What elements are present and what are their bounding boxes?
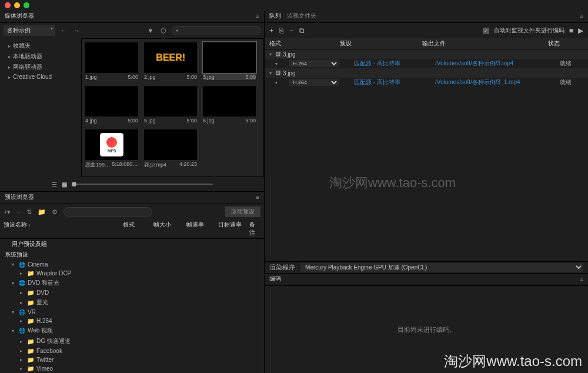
window-controls (5, 2, 29, 8)
preset-twitter[interactable]: 📁Twitter (0, 355, 264, 364)
tree-creative-cloud[interactable]: Creative Cloud (0, 72, 81, 81)
start-queue-icon[interactable]: ▶ (578, 26, 583, 35)
media-thumb[interactable]: 4.jpg5:00 (85, 86, 138, 124)
maximize-window-icon[interactable] (24, 2, 29, 8)
media-thumb[interactable]: 1.jpg5:00 (85, 42, 138, 80)
queue-panel: 队列 监视文件夹 ≡ + ⎘ − ⧉ ✓ 自动对监视文件夹进行编码 ■ ▶ 格式… (265, 11, 588, 273)
list-view-icon[interactable]: ☰ (52, 181, 57, 188)
media-thumb[interactable]: 花少.mp44:20:23 (144, 129, 197, 169)
preset-facebook[interactable]: 📁Facebook (0, 347, 264, 355)
preset-wraptor[interactable]: 📁Wraptor DCP (0, 269, 264, 278)
chevron-down-icon: ▾ (51, 26, 53, 31)
media-thumb[interactable]: MP3 恋曲1990...5:18:08064 (85, 129, 138, 169)
thumbnail-zoom-slider[interactable] (72, 184, 213, 185)
preset-tree[interactable]: 用户预设及组 系统预设 🌐Cinema 📁Wraptor DCP 🌐DVD 和蓝… (0, 239, 264, 373)
queue-source-row[interactable]: 🖼3.jpg (265, 68, 588, 78)
new-folder-icon[interactable]: 📁 (38, 208, 46, 216)
panel-menu-icon[interactable]: ≡ (256, 11, 259, 22)
tree-favorites[interactable]: 收藏夹 (0, 41, 81, 51)
encode-title: 编码 (269, 273, 281, 286)
media-thumb[interactable]: 6.jpg5:00 (203, 86, 256, 124)
preset-h264[interactable]: 📁H.264 (0, 317, 264, 325)
preset-browser-panel: 预设浏览器 ≡ +▾ − ⇅ 📁 ⚙ 应用预设 预设名称 格式 帧大小 帧速率 … (0, 191, 264, 373)
close-window-icon[interactable] (5, 2, 11, 8)
preset-dvd[interactable]: 📁DVD (0, 288, 264, 297)
preset-columns-header: 预设名称 格式 帧大小 帧速率 目标速率 备注 (0, 219, 264, 238)
preset-vimeo[interactable]: 📁Vimeo (0, 364, 264, 373)
renderer-label: 渲染程序: (269, 263, 297, 272)
grid-view-icon[interactable]: ▦ (62, 181, 67, 188)
queue-list[interactable]: 🖼3.jpg H.264 匹配源 - 高比特率 /Volumes/soft/各种… (265, 49, 588, 261)
preset-bluray[interactable]: 📁蓝光 (0, 297, 264, 308)
auto-encode-label: 自动对监视文件夹进行编码 (494, 26, 564, 35)
media-thumb[interactable]: 5.jpg5:00 (144, 86, 197, 124)
output-file-link[interactable]: /Volumes/soft/各种示例/3_1.mp4 (435, 78, 520, 86)
media-source-tree[interactable]: 收藏夹 本地驱动器 网络驱动器 Creative Cloud (0, 38, 81, 177)
encode-panel: 编码 ≡ 目前尚未进行编码。 (265, 273, 588, 373)
encode-idle-label: 目前尚未进行编码。 (397, 325, 456, 334)
queue-output-row[interactable]: H.264 匹配源 - 高比特率 /Volumes/soft/各种示例/3.mp… (265, 59, 588, 68)
status-label: 就绪 (560, 59, 572, 68)
preset-link[interactable]: 匹配源 - 高比特率 (354, 59, 400, 68)
add-output-icon[interactable]: ⎘ (279, 26, 283, 35)
add-preset-icon[interactable]: +▾ (4, 208, 11, 216)
media-thumbnail-grid: 1.jpg5:00 BEER! 2.jpg5:00 3.jpg5:00 4.jp… (81, 38, 264, 177)
settings-icon[interactable]: ⚙ (52, 208, 58, 216)
preset-web[interactable]: 🌐Web 视频 (0, 325, 264, 336)
sort-icon[interactable]: ⇅ (26, 208, 32, 216)
preset-browser-title: 预设浏览器 (5, 191, 34, 204)
media-browser-panel: 媒体浏览器 ≡ 各种示例 ▾ ← → ▼ ⬡ 收藏夹 本地驱动器 (0, 11, 264, 191)
minimize-window-icon[interactable] (14, 2, 20, 8)
tab-watch-folders[interactable]: 监视文件夹 (287, 10, 316, 23)
remove-preset-icon[interactable]: − (16, 208, 20, 215)
panel-menu-icon[interactable]: ≡ (580, 274, 583, 285)
remove-icon[interactable]: − (289, 26, 293, 35)
preset-link[interactable]: 匹配源 - 高比特率 (354, 78, 400, 86)
output-file-link[interactable]: /Volumes/soft/各种示例/3.mp4 (435, 59, 513, 68)
renderer-select[interactable]: Mercury Playback Engine GPU 加速 (OpenCL) (300, 263, 583, 272)
nav-back-icon[interactable]: ← (59, 27, 68, 34)
stop-queue-icon[interactable]: ■ (569, 26, 573, 35)
panel-menu-icon[interactable]: ≡ (580, 11, 583, 22)
media-search-input[interactable] (172, 26, 260, 35)
format-select[interactable]: H.264 (289, 60, 339, 67)
preset-search-input[interactable] (64, 207, 152, 217)
panel-menu-icon[interactable]: ≡ (256, 192, 259, 204)
preset-cinema[interactable]: 🌐Cinema (0, 260, 264, 269)
tab-queue[interactable]: 队列 (269, 10, 281, 23)
media-thumb[interactable]: 3.jpg5:00 (203, 42, 256, 80)
ingest-icon[interactable]: ⬡ (159, 27, 168, 35)
renderer-row: 渲染程序: Mercury Playback Engine GPU 加速 (Op… (265, 261, 588, 273)
add-source-icon[interactable]: + (269, 26, 273, 35)
media-thumb[interactable]: BEER! 2.jpg5:00 (144, 42, 197, 80)
apply-preset-button[interactable]: 应用预设 (225, 207, 260, 217)
auto-encode-checkbox[interactable]: ✓ (483, 28, 489, 34)
preset-vr[interactable]: 🌐VR (0, 308, 264, 317)
preset-group-user[interactable]: 用户预设及组 (0, 239, 264, 249)
status-label: 就绪 (560, 78, 572, 86)
duplicate-icon[interactable]: ⧉ (299, 26, 305, 35)
queue-output-row[interactable]: H.264 匹配源 - 高比特率 /Volumes/soft/各种示例/3_1.… (265, 78, 588, 87)
queue-columns-header: 格式 预设 输出文件 状态 (265, 38, 588, 49)
preset-dvd-bluray[interactable]: 🌐DVD 和蓝光 (0, 278, 264, 288)
filter-icon[interactable]: ▼ (146, 27, 155, 34)
tree-network-drives[interactable]: 网络驱动器 (0, 62, 81, 72)
format-select[interactable]: H.264 (289, 79, 339, 86)
source-select[interactable]: 各种示例 (4, 25, 55, 36)
preset-group-system[interactable]: 系统预设 (0, 249, 264, 260)
nav-fwd-icon[interactable]: → (72, 27, 81, 34)
media-browser-title: 媒体浏览器 (5, 10, 34, 23)
tree-local-drives[interactable]: 本地驱动器 (0, 51, 81, 62)
preset-dg[interactable]: 📁DG 快递通道 (0, 336, 264, 347)
queue-source-row[interactable]: 🖼3.jpg (265, 49, 588, 59)
